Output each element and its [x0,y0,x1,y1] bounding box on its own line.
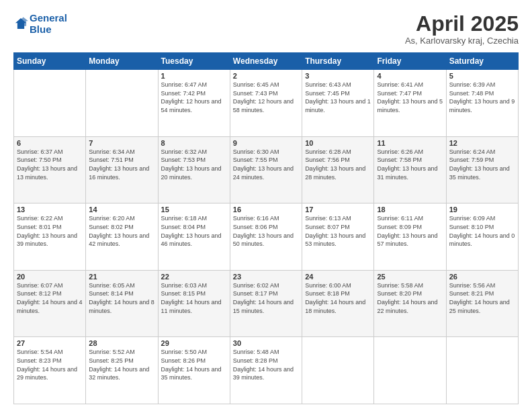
day-number: 14 [89,205,154,214]
col-thursday: Thursday [302,53,374,70]
calendar-cell: 14Sunrise: 6:20 AM Sunset: 8:02 PM Dayli… [86,203,158,271]
day-number: 17 [305,205,371,214]
day-info: Sunrise: 6:09 AM Sunset: 8:10 PM Dayligh… [449,214,515,248]
calendar-cell: 13Sunrise: 6:22 AM Sunset: 8:01 PM Dayli… [14,203,86,271]
calendar-cell: 15Sunrise: 6:18 AM Sunset: 8:04 PM Dayli… [158,203,230,271]
col-monday: Monday [86,53,158,70]
day-number: 8 [161,139,227,147]
day-number: 25 [377,273,443,281]
calendar-cell [86,70,158,137]
calendar-cell: 8Sunrise: 6:32 AM Sunset: 7:53 PM Daylig… [158,136,230,203]
day-info: Sunrise: 6:03 AM Sunset: 8:15 PM Dayligh… [161,281,227,315]
calendar-cell [302,337,374,404]
day-info: Sunrise: 6:20 AM Sunset: 8:02 PM Dayligh… [89,214,154,248]
calendar-cell: 28Sunrise: 5:52 AM Sunset: 8:25 PM Dayli… [86,337,158,404]
week-row-4: 20Sunrise: 6:07 AM Sunset: 8:12 PM Dayli… [14,270,519,337]
day-number: 20 [17,273,83,281]
col-friday: Friday [374,53,446,70]
week-row-2: 6Sunrise: 6:37 AM Sunset: 7:50 PM Daylig… [14,136,519,203]
calendar-cell: 1Sunrise: 6:47 AM Sunset: 7:42 PM Daylig… [158,70,230,137]
calendar-cell: 4Sunrise: 6:41 AM Sunset: 7:47 PM Daylig… [374,70,446,137]
calendar-cell: 17Sunrise: 6:13 AM Sunset: 8:07 PM Dayli… [302,203,374,271]
calendar-cell: 30Sunrise: 5:48 AM Sunset: 8:28 PM Dayli… [230,337,302,404]
logo: General Blue [13,12,67,36]
calendar-cell: 20Sunrise: 6:07 AM Sunset: 8:12 PM Dayli… [14,270,86,337]
header: General Blue April 2025 As, Karlovarsky … [13,12,519,46]
col-saturday: Saturday [446,53,518,70]
day-number: 30 [233,339,299,347]
calendar-cell: 21Sunrise: 6:05 AM Sunset: 8:14 PM Dayli… [86,270,158,337]
calendar-cell: 10Sunrise: 6:28 AM Sunset: 7:56 PM Dayli… [302,136,374,203]
day-info: Sunrise: 6:11 AM Sunset: 8:09 PM Dayligh… [377,214,443,248]
day-info: Sunrise: 6:26 AM Sunset: 7:58 PM Dayligh… [377,148,443,181]
calendar-header-row: Sunday Monday Tuesday Wednesday Thursday… [14,53,519,70]
calendar-cell [446,337,518,404]
logo-text: General Blue [30,12,67,36]
calendar-cell: 18Sunrise: 6:11 AM Sunset: 8:09 PM Dayli… [374,203,446,271]
day-info: Sunrise: 6:47 AM Sunset: 7:42 PM Dayligh… [161,81,227,114]
title-block: April 2025 As, Karlovarsky kraj, Czechia [405,12,519,46]
day-number: 1 [161,72,227,80]
calendar-cell: 16Sunrise: 6:16 AM Sunset: 8:06 PM Dayli… [230,203,302,271]
calendar-cell: 24Sunrise: 6:00 AM Sunset: 8:18 PM Dayli… [302,270,374,337]
calendar-cell: 2Sunrise: 6:45 AM Sunset: 7:43 PM Daylig… [230,70,302,137]
day-number: 5 [449,72,515,80]
calendar-cell: 19Sunrise: 6:09 AM Sunset: 8:10 PM Dayli… [446,203,518,271]
day-number: 9 [233,139,299,147]
logo-icon [13,16,28,31]
calendar-cell: 3Sunrise: 6:43 AM Sunset: 7:45 PM Daylig… [302,70,374,137]
calendar-cell: 27Sunrise: 5:54 AM Sunset: 8:23 PM Dayli… [14,337,86,404]
day-number: 6 [17,139,83,147]
day-info: Sunrise: 6:18 AM Sunset: 8:04 PM Dayligh… [161,214,227,248]
calendar-cell: 25Sunrise: 5:58 AM Sunset: 8:20 PM Dayli… [374,270,446,337]
logo-blue: Blue [30,24,52,35]
calendar-cell: 23Sunrise: 6:02 AM Sunset: 8:17 PM Dayli… [230,270,302,337]
day-info: Sunrise: 5:48 AM Sunset: 8:28 PM Dayligh… [233,348,299,381]
day-info: Sunrise: 6:24 AM Sunset: 7:59 PM Dayligh… [449,148,515,181]
day-info: Sunrise: 5:56 AM Sunset: 8:21 PM Dayligh… [449,281,515,315]
calendar-cell: 22Sunrise: 6:03 AM Sunset: 8:15 PM Dayli… [158,270,230,337]
day-number: 2 [233,72,299,80]
day-number: 12 [449,139,515,147]
day-info: Sunrise: 6:16 AM Sunset: 8:06 PM Dayligh… [233,214,299,248]
day-info: Sunrise: 5:58 AM Sunset: 8:20 PM Dayligh… [377,281,443,315]
day-info: Sunrise: 6:22 AM Sunset: 8:01 PM Dayligh… [17,214,83,248]
day-number: 28 [89,339,154,347]
day-info: Sunrise: 6:34 AM Sunset: 7:51 PM Dayligh… [89,148,154,181]
week-row-3: 13Sunrise: 6:22 AM Sunset: 8:01 PM Dayli… [14,203,519,271]
location: As, Karlovarsky kraj, Czechia [405,36,519,46]
day-number: 21 [89,273,154,281]
calendar-cell: 11Sunrise: 6:26 AM Sunset: 7:58 PM Dayli… [374,136,446,203]
calendar-cell: 9Sunrise: 6:30 AM Sunset: 7:55 PM Daylig… [230,136,302,203]
day-number: 19 [449,205,515,214]
day-info: Sunrise: 6:45 AM Sunset: 7:43 PM Dayligh… [233,81,299,114]
day-number: 18 [377,205,443,214]
day-number: 13 [17,205,83,214]
day-info: Sunrise: 5:52 AM Sunset: 8:25 PM Dayligh… [89,348,154,381]
day-number: 10 [305,139,371,147]
day-number: 22 [161,273,227,281]
day-info: Sunrise: 6:05 AM Sunset: 8:14 PM Dayligh… [89,281,154,315]
day-info: Sunrise: 6:37 AM Sunset: 7:50 PM Dayligh… [17,148,83,181]
week-row-1: 1Sunrise: 6:47 AM Sunset: 7:42 PM Daylig… [14,70,519,137]
calendar-cell: 26Sunrise: 5:56 AM Sunset: 8:21 PM Dayli… [446,270,518,337]
day-info: Sunrise: 6:39 AM Sunset: 7:48 PM Dayligh… [449,81,515,114]
calendar-cell [374,337,446,404]
day-number: 11 [377,139,443,147]
day-number: 26 [449,273,515,281]
calendar-cell: 7Sunrise: 6:34 AM Sunset: 7:51 PM Daylig… [86,136,158,203]
day-number: 24 [305,273,371,281]
day-info: Sunrise: 6:07 AM Sunset: 8:12 PM Dayligh… [17,281,83,315]
day-info: Sunrise: 6:13 AM Sunset: 8:07 PM Dayligh… [305,214,371,248]
day-number: 7 [89,139,154,147]
calendar-cell: 6Sunrise: 6:37 AM Sunset: 7:50 PM Daylig… [14,136,86,203]
day-info: Sunrise: 5:50 AM Sunset: 8:26 PM Dayligh… [161,348,227,381]
month-title: April 2025 [405,12,519,36]
day-number: 16 [233,205,299,214]
day-number: 29 [161,339,227,347]
calendar-cell: 29Sunrise: 5:50 AM Sunset: 8:26 PM Dayli… [158,337,230,404]
day-number: 15 [161,205,227,214]
day-info: Sunrise: 6:02 AM Sunset: 8:17 PM Dayligh… [233,281,299,315]
day-info: Sunrise: 6:41 AM Sunset: 7:47 PM Dayligh… [377,81,443,114]
day-number: 23 [233,273,299,281]
